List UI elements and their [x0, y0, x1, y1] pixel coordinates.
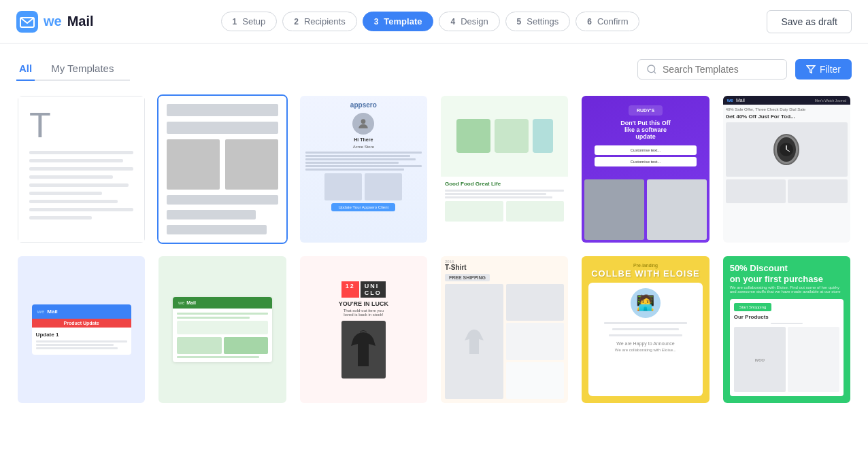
- logo-icon: [16, 11, 38, 33]
- step-6-label: Confirm: [597, 16, 629, 27]
- step-3[interactable]: 3 Template: [363, 12, 434, 31]
- save-draft-button[interactable]: Save as draft: [767, 10, 852, 33]
- step-4[interactable]: 4 Design: [439, 12, 499, 31]
- step-4-label: Design: [461, 16, 488, 27]
- template-card-wemail2[interactable]: weMail: [157, 255, 287, 404]
- search-input[interactable]: [663, 64, 778, 75]
- template-card-collbe[interactable]: Pre-landing COLLBE WITH ELOISE 🧑‍💻 We ar…: [580, 255, 710, 404]
- template-card-rudys[interactable]: RUDY'S Don't Put this Offlike a software…: [580, 94, 710, 244]
- step-2-num: 2: [294, 17, 299, 27]
- logo-we: we: [44, 14, 62, 29]
- template-card-wemail-watch[interactable]: weMail Men's Watch Journal 40% Sale Offe…: [722, 94, 852, 244]
- step-1-label: Setup: [242, 16, 265, 27]
- step-5-num: 5: [517, 17, 522, 27]
- step-6-num: 6: [587, 17, 592, 27]
- step-1[interactable]: 1 Setup: [221, 12, 278, 31]
- step-4-num: 4: [450, 17, 455, 27]
- search-filter-bar: Filter: [637, 59, 852, 80]
- template-blank1-lines: [29, 151, 133, 224]
- filter-icon: [806, 65, 816, 74]
- svg-marker-3: [807, 65, 815, 73]
- template-card-appsero[interactable]: appsero Hi There Acme Store: [299, 94, 429, 244]
- logo-mail: Mail: [67, 14, 94, 29]
- template-grid-row1: T: [16, 94, 852, 244]
- template-card-blank2[interactable]: [157, 94, 287, 244]
- template-card-product-update[interactable]: weMail Product Update Update 1: [16, 255, 146, 404]
- step-3-num: 3: [374, 17, 379, 27]
- filter-btn-label: Filter: [820, 64, 841, 75]
- template-card-lucky[interactable]: 12 UNICLO YOU'RE IN LUCK That sold-out i…: [299, 255, 429, 404]
- toolbar: All My Templates Filter: [16, 57, 852, 81]
- svg-point-2: [648, 65, 655, 73]
- step-2-label: Recipients: [304, 16, 346, 27]
- tab-all[interactable]: All: [16, 57, 35, 81]
- step-2[interactable]: 2 Recipients: [282, 12, 356, 31]
- template-blank1-letter: T: [29, 107, 51, 143]
- appsero-logo: appsero: [350, 101, 377, 109]
- step-3-label: Template: [384, 16, 422, 27]
- template-card-50-discount[interactable]: 50% Discounton your first purchase We ar…: [722, 255, 852, 404]
- filter-button[interactable]: Filter: [795, 59, 852, 80]
- template-blank2-header: [167, 104, 278, 116]
- step-1-num: 1: [233, 17, 237, 27]
- step-6[interactable]: 6 Confirm: [575, 12, 639, 31]
- svg-rect-0: [16, 11, 38, 33]
- step-5[interactable]: 5 Settings: [505, 12, 571, 31]
- template-card-blank1[interactable]: T: [16, 94, 146, 244]
- logo: weMail: [16, 11, 94, 33]
- step-5-label: Settings: [527, 16, 558, 27]
- main-content: All My Templates Filter T: [0, 43, 868, 418]
- tab-my-templates[interactable]: My Templates: [48, 57, 116, 81]
- tabs: All My Templates: [16, 57, 130, 81]
- template-card-tshirt[interactable]: 2016 T-Shirt FREE SHIPPING: [439, 255, 569, 404]
- template-card-food[interactable]: Good Food Great Life: [439, 94, 569, 244]
- search-box: [637, 59, 787, 80]
- template-grid-row2: weMail Product Update Update 1 weMa: [16, 255, 852, 404]
- search-icon: [646, 64, 657, 75]
- steps-nav: 1 Setup 2 Recipients 3 Template 4 Design…: [218, 12, 643, 31]
- header: weMail 1 Setup 2 Recipients 3 Template 4…: [0, 0, 868, 43]
- svg-point-4: [361, 119, 366, 124]
